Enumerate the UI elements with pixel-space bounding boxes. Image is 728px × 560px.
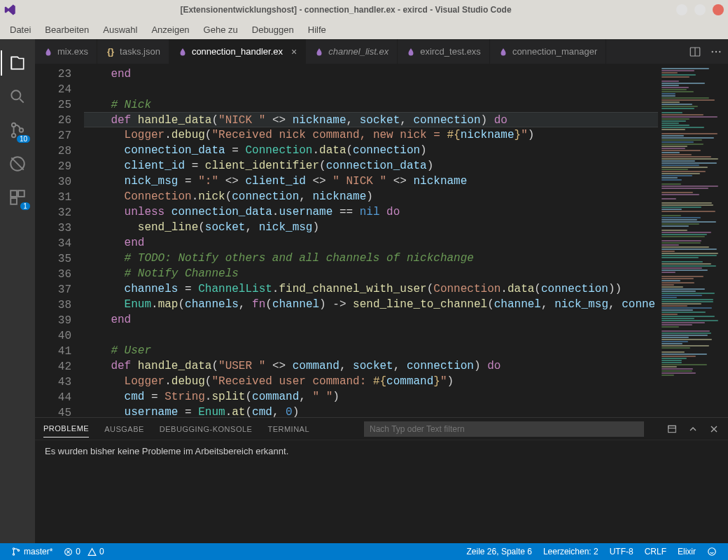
- extensions-tab[interactable]: 1: [1, 181, 34, 214]
- menu-gehe zu[interactable]: Gehe zu: [197, 22, 245, 38]
- code-line[interactable]: nick_msg = ":" <> client_id <> " NICK " …: [84, 174, 658, 189]
- collapse-panel-icon[interactable]: [666, 424, 678, 435]
- cursor-position-status[interactable]: Zeile 26, Spalte 6: [461, 547, 538, 556]
- search-tab[interactable]: [1, 80, 34, 113]
- split-editor-icon[interactable]: [689, 46, 701, 58]
- tab-label: connection_handler.ex: [192, 46, 283, 57]
- elixir-icon: [498, 47, 508, 57]
- code-line[interactable]: connection_data = Connection.data(connec…: [84, 143, 658, 158]
- close-panel-icon[interactable]: [708, 424, 720, 435]
- code-line[interactable]: # Nick: [84, 97, 658, 113]
- menu-anzeigen[interactable]: Anzeigen: [144, 22, 196, 38]
- extensions-badge: 1: [20, 202, 30, 210]
- problems-body: Es wurden bisher keine Probleme im Arbei…: [35, 440, 728, 543]
- encoding-status[interactable]: UTF-8: [604, 547, 639, 556]
- maximize-panel-icon[interactable]: [687, 424, 699, 435]
- json-icon: {}: [106, 47, 115, 57]
- bottom-panel: PROBLEMEAUSGABEDEBUGGING-KONSOLETERMINAL…: [35, 417, 728, 543]
- code-content[interactable]: end # Nick def handle_data("NICK " <> ni…: [84, 64, 658, 417]
- tab-exircd_test-exs[interactable]: exircd_test.exs: [398, 39, 490, 64]
- maximize-button[interactable]: [694, 4, 706, 15]
- code-line[interactable]: [84, 82, 658, 97]
- feedback-icon[interactable]: [701, 547, 722, 556]
- tab-tasks-json[interactable]: {}tasks.json: [97, 39, 169, 64]
- svg-point-11: [719, 50, 720, 52]
- minimap[interactable]: [658, 64, 728, 417]
- code-line[interactable]: def handle_data("USER " <> command, sock…: [84, 358, 658, 374]
- errors-status[interactable]: 0 0: [58, 547, 109, 556]
- svg-point-1: [12, 123, 15, 127]
- tab-label: exircd_test.exs: [420, 46, 481, 57]
- editor[interactable]: 2324252627282930313233343536373839404142…: [35, 64, 728, 417]
- elixir-icon: [178, 47, 188, 57]
- code-line[interactable]: Logger.debug("Received nick command, new…: [84, 127, 658, 143]
- code-line[interactable]: # User: [84, 343, 658, 358]
- menu-debuggen[interactable]: Debuggen: [245, 22, 301, 38]
- more-icon[interactable]: [710, 46, 722, 58]
- tab-mix-exs[interactable]: mix.exs: [35, 39, 97, 64]
- code-line[interactable]: Logger.debug("Received user command: #{c…: [84, 374, 658, 389]
- tab-label: channel_list.ex: [328, 46, 388, 57]
- menu-bearbeiten[interactable]: Bearbeiten: [38, 22, 96, 38]
- status-bar: master* 0 0 Zeile 26, Spalte 6 Leerzeich…: [0, 543, 728, 560]
- tab-connection_handler-ex[interactable]: connection_handler.ex×: [169, 39, 306, 64]
- code-line[interactable]: unless connection_data.username == nil d…: [84, 204, 658, 220]
- activity-bar: 10 1: [0, 39, 35, 543]
- editor-tabs: mix.exs{}tasks.jsonconnection_handler.ex…: [35, 39, 728, 64]
- code-line[interactable]: # Notify Channels: [84, 266, 658, 281]
- tab-label: tasks.json: [120, 46, 160, 57]
- panel-tab-ausgabe[interactable]: AUSGABE: [104, 421, 144, 438]
- svg-point-14: [13, 548, 14, 550]
- indent-status[interactable]: Leerzeichen: 2: [538, 547, 604, 556]
- tab-connection_manager[interactable]: connection_manager: [490, 39, 606, 64]
- menubar: DateiBearbeitenAuswahlAnzeigenGehe zuDeb…: [0, 20, 728, 39]
- menu-datei[interactable]: Datei: [3, 22, 38, 38]
- svg-point-18: [708, 548, 716, 556]
- close-icon[interactable]: ×: [291, 46, 297, 57]
- menu-auswahl[interactable]: Auswahl: [96, 22, 144, 38]
- svg-rect-13: [668, 426, 676, 428]
- svg-point-3: [20, 128, 23, 132]
- eol-status[interactable]: CRLF: [639, 547, 672, 556]
- code-line[interactable]: # TODO: Notify others and all channels o…: [84, 251, 658, 266]
- svg-rect-5: [10, 190, 17, 197]
- panel-tab-probleme[interactable]: PROBLEME: [43, 420, 89, 438]
- code-line[interactable]: Enum.map(channels, fn(channel) -> send_l…: [84, 297, 658, 312]
- code-line[interactable]: Connection.nick(connection, nickname): [84, 189, 658, 204]
- scm-tab[interactable]: 10: [1, 113, 34, 147]
- svg-rect-6: [18, 190, 24, 197]
- panel-tabs: PROBLEMEAUSGABEDEBUGGING-KONSOLETERMINAL: [35, 418, 728, 440]
- tab-label: mix.exs: [57, 46, 88, 57]
- vscode-icon: [4, 4, 17, 16]
- code-line[interactable]: username = Enum.at(cmd, 0): [84, 405, 658, 417]
- explorer-tab[interactable]: [1, 46, 34, 80]
- window-title: [Extensionentwicklungshost] - connection…: [22, 5, 669, 15]
- code-line[interactable]: cmd = String.split(command, " "): [84, 389, 658, 405]
- language-status[interactable]: Elixir: [672, 547, 701, 556]
- svg-point-9: [712, 50, 713, 52]
- minimize-button[interactable]: [676, 4, 687, 15]
- code-line[interactable]: def handle_data("NICK " <> nickname, soc…: [84, 112, 658, 127]
- code-line[interactable]: end: [84, 66, 658, 82]
- svg-rect-7: [10, 198, 17, 204]
- panel-tab-debugging-konsole[interactable]: DEBUGGING-KONSOLE: [160, 421, 253, 438]
- elixir-icon: [314, 47, 324, 57]
- code-line[interactable]: send_line(socket, nick_msg): [84, 220, 658, 235]
- elixir-icon: [43, 47, 53, 57]
- tab-label: connection_manager: [512, 46, 597, 57]
- code-line[interactable]: end: [84, 235, 658, 251]
- problems-filter-input[interactable]: [364, 421, 644, 437]
- scm-badge: 10: [17, 135, 30, 143]
- code-line[interactable]: [84, 328, 658, 343]
- line-gutter: 2324252627282930313233343536373839404142…: [35, 64, 84, 417]
- tab-channel_list-ex[interactable]: channel_list.ex: [306, 39, 398, 64]
- code-line[interactable]: client_id = client_identifier(connection…: [84, 158, 658, 174]
- panel-tab-terminal[interactable]: TERMINAL: [267, 421, 309, 438]
- code-line[interactable]: end: [84, 312, 658, 328]
- svg-point-15: [13, 554, 14, 555]
- debug-tab[interactable]: [1, 147, 34, 181]
- close-window-button[interactable]: [713, 4, 724, 15]
- menu-hilfe[interactable]: Hilfe: [301, 22, 333, 38]
- branch-status[interactable]: master*: [6, 547, 58, 556]
- code-line[interactable]: channels = ChannelList.find_channel_with…: [84, 281, 658, 297]
